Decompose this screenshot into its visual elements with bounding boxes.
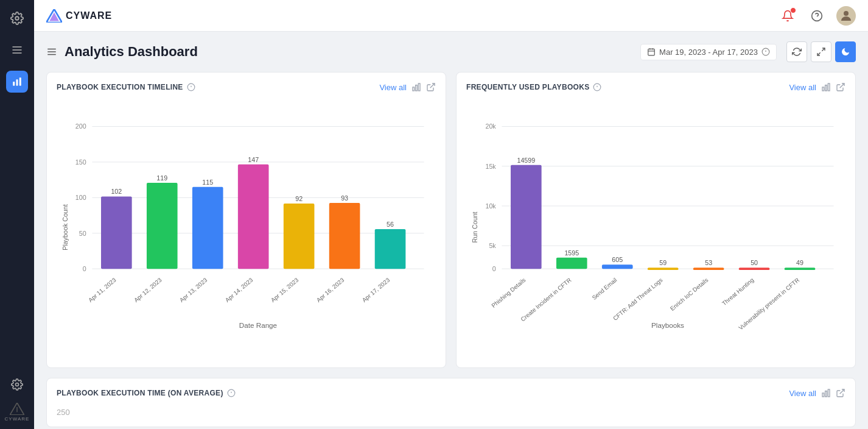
sidebar-analytics-icon[interactable]	[6, 71, 28, 93]
chart1-export-icon[interactable]	[426, 82, 436, 92]
svg-rect-100	[739, 268, 770, 270]
user-avatar[interactable]	[836, 6, 856, 26]
svg-rect-72	[828, 83, 830, 91]
chart1-title: PLAYBOOK EXECUTION TIMELINE	[57, 83, 195, 91]
svg-rect-103	[785, 268, 816, 270]
topbar: CYWARE	[34, 0, 868, 32]
svg-point-14	[844, 11, 849, 16]
svg-rect-18	[648, 49, 655, 55]
svg-text:Phishing Details: Phishing Details	[490, 277, 527, 309]
svg-text:Apr 15, 2023: Apr 15, 2023	[270, 277, 300, 303]
chart2-svg-container: Run Count 20k 15k 10k 5k	[466, 99, 845, 358]
chart3-actions: View all	[789, 388, 845, 398]
svg-rect-45	[101, 196, 132, 269]
svg-text:5k: 5k	[489, 242, 496, 249]
chart2-view-all[interactable]: View all	[789, 83, 816, 92]
svg-rect-85	[511, 165, 542, 269]
svg-rect-70	[822, 87, 824, 91]
svg-rect-6	[19, 77, 21, 86]
svg-text:Apr 17, 2023: Apr 17, 2023	[361, 277, 391, 303]
svg-text:200: 200	[75, 122, 86, 130]
sidebar-hamburger-icon[interactable]	[6, 39, 28, 61]
svg-rect-4	[13, 82, 15, 86]
svg-rect-54	[238, 165, 269, 269]
svg-point-7	[15, 383, 18, 386]
svg-text:50: 50	[79, 230, 86, 237]
svg-text:CFTR: Add Threat Logs: CFTR: Add Threat Logs	[612, 277, 664, 322]
svg-text:92: 92	[295, 195, 303, 202]
svg-text:15k: 15k	[485, 163, 496, 170]
refresh-button[interactable]	[786, 41, 807, 62]
svg-text:59: 59	[659, 259, 667, 266]
svg-rect-97	[693, 268, 724, 270]
svg-rect-110	[822, 393, 824, 397]
svg-text:Apr 13, 2023: Apr 13, 2023	[178, 277, 209, 303]
svg-rect-111	[825, 391, 827, 397]
svg-text:0: 0	[83, 265, 86, 272]
expand-button[interactable]	[811, 41, 831, 62]
notification-icon[interactable]	[778, 6, 797, 26]
svg-text:14599: 14599	[517, 157, 535, 164]
svg-point-0	[15, 16, 19, 20]
svg-text:Date Range: Date Range	[239, 321, 277, 329]
svg-text:115: 115	[202, 179, 213, 186]
chart3-header: PLAYBOOK EXECUTION TIME (ON AVERAGE) Vie…	[57, 388, 845, 398]
svg-text:56: 56	[387, 221, 394, 228]
cyware-logo: CYWARE	[46, 9, 112, 23]
date-range-text: Mar 19, 2023 - Apr 17, 2023	[659, 48, 758, 57]
main-container: CYWARE	[34, 0, 868, 429]
chart2-actions: View all	[789, 82, 845, 92]
svg-text:Apr 14, 2023: Apr 14, 2023	[224, 277, 254, 303]
svg-text:1595: 1595	[564, 249, 579, 257]
sidebar-settings-icon[interactable]	[6, 374, 28, 395]
svg-rect-5	[16, 79, 18, 86]
svg-text:102: 102	[111, 188, 122, 195]
chart3-export-icon[interactable]	[836, 388, 845, 398]
charts-row: PLAYBOOK EXECUTION TIMELINE View all Pla…	[46, 72, 856, 368]
chart1-header: PLAYBOOK EXECUTION TIMELINE View all	[57, 82, 436, 92]
page-header: Analytics Dashboard Mar 19, 2023 - Apr 1…	[46, 41, 856, 62]
chart3-view-all[interactable]: View all	[789, 389, 816, 398]
svg-text:Create Incident in CFTR: Create Incident in CFTR	[519, 277, 572, 323]
svg-rect-88	[556, 258, 587, 269]
svg-rect-112	[828, 389, 830, 397]
svg-rect-63	[375, 229, 406, 269]
topbar-icons	[778, 6, 856, 26]
svg-rect-60	[329, 203, 360, 269]
help-icon[interactable]	[807, 6, 827, 26]
dark-mode-button[interactable]	[835, 41, 856, 62]
svg-text:Playbook Count: Playbook Count	[61, 204, 69, 250]
chart2-export-icon[interactable]	[836, 82, 845, 92]
chart1-bar-icon[interactable]	[411, 82, 421, 92]
svg-line-113	[840, 389, 844, 394]
svg-text:119: 119	[156, 174, 167, 182]
svg-text:53: 53	[705, 259, 712, 266]
chart3-title: PLAYBOOK EXECUTION TIME (ON AVERAGE)	[57, 389, 236, 397]
svg-rect-31	[416, 85, 418, 91]
svg-text:Apr 16, 2023: Apr 16, 2023	[315, 277, 346, 303]
page-title: Analytics Dashboard	[65, 44, 633, 60]
sidebar: CYWARE	[0, 0, 34, 429]
chart1-view-all[interactable]: View all	[379, 83, 407, 92]
chart2-title: FREQUENTLY USED PLAYBOOKS	[466, 83, 601, 91]
chart3-bar-icon[interactable]	[821, 388, 831, 398]
svg-rect-48	[147, 183, 178, 269]
svg-text:20k: 20k	[485, 122, 496, 130]
svg-text:Run Count: Run Count	[471, 211, 478, 243]
menu-toggle-icon[interactable]	[46, 46, 57, 57]
svg-line-25	[822, 48, 825, 51]
svg-text:Enrich IoC Details: Enrich IoC Details	[669, 277, 710, 313]
svg-text:49: 49	[796, 259, 803, 266]
svg-text:147: 147	[248, 156, 259, 163]
svg-rect-57	[284, 204, 315, 269]
notification-badge	[790, 7, 796, 13]
playbook-execution-time-panel: PLAYBOOK EXECUTION TIME (ON AVERAGE) Vie…	[46, 378, 856, 427]
svg-text:Threat Hunting: Threat Hunting	[721, 277, 755, 307]
sidebar-gear-icon[interactable]	[6, 7, 28, 29]
sidebar-bottom: CYWARE	[5, 374, 30, 422]
playbook-execution-timeline-panel: PLAYBOOK EXECUTION TIMELINE View all Pla…	[46, 72, 446, 368]
date-range-display[interactable]: Mar 19, 2023 - Apr 17, 2023	[640, 44, 777, 60]
svg-text:10k: 10k	[485, 202, 496, 210]
svg-text:Apr 12, 2023: Apr 12, 2023	[133, 277, 163, 303]
chart2-bar-icon[interactable]	[821, 82, 831, 92]
